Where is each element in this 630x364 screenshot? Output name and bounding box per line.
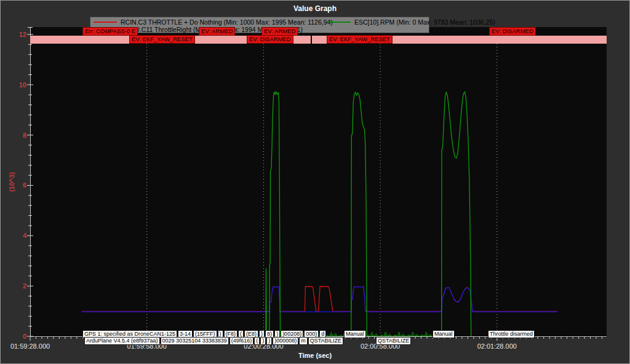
mode-change-box: Manual [344, 330, 366, 338]
event-badge: EV: DISARMED [489, 27, 536, 36]
x-tick-label: 02:01:28.000 [477, 342, 517, 350]
mode-change-box: Manual [433, 330, 455, 338]
log-message-box: ArduPlane V4.5.4 (e8f937aa) [84, 337, 160, 345]
y-tick-label: 10 [1, 81, 26, 89]
chart-legend: RCIN.C3 THROTTLE + Do Nothing (Min: 1000… [90, 17, 429, 33]
event-badge: EV: ARMED [261, 27, 298, 36]
log-message-box: (49f616) [229, 337, 254, 345]
window-title: Value Graph [1, 4, 629, 13]
series-esc-rpm [266, 92, 471, 336]
event-badge: EV: ARMED [199, 27, 235, 36]
event-badge: EV: EKF_YAW_RESET [327, 35, 393, 44]
x-tick-label: 01:59:28.000 [10, 342, 50, 350]
event-badge: Err: COMPASS-0 E [82, 27, 138, 36]
log-message-box: 0029 30325104 33383839 [161, 337, 229, 345]
log-message-row: ArduPlane V4.5.4 (e8f937aa)0029 30325104… [84, 337, 343, 345]
series-rcin-c3-throttle [82, 287, 557, 312]
log-message-box: )000008) [273, 337, 298, 345]
log-message-box: QSTABILIZE [308, 337, 343, 345]
legend-label: ESC[10].RPM (Min: 0 Max: 9783 Mean: 1036… [354, 18, 495, 26]
log-message-box: ( [254, 337, 260, 345]
y-tick-label: 8 [1, 132, 26, 139]
log-message-box: m [299, 337, 308, 345]
legend-line-sample [94, 22, 117, 23]
value-graph-window: Value Graph RCIN.C3 THROTTLE + Do Nothin… [0, 0, 630, 364]
chart-canvas[interactable] [30, 27, 607, 338]
legend-line-sample [327, 22, 351, 23]
y-tick-label: 2 [1, 282, 26, 290]
y-tick-label: 6 [1, 181, 26, 189]
y-tick-label: 12 [1, 31, 26, 38]
legend-label: RCIN.C3 THROTTLE + Do Nothing (Min: 1000… [121, 18, 333, 26]
plot-area[interactable] [30, 27, 607, 338]
log-message-box: ) [260, 337, 266, 345]
event-badge: EV: DISARMED [247, 35, 293, 44]
x-axis-title: Time (sec) [1, 352, 629, 359]
log-message-box: ) [266, 337, 272, 345]
event-badge: EV: EKF_YAW_RESET [129, 35, 195, 44]
legend-entry: ESC[10].RPM (Min: 0 Max: 9783 Mean: 1036… [327, 18, 495, 26]
mode-change-box: Throttle disarmed [488, 330, 535, 338]
y-tick-label: 4 [1, 232, 26, 239]
axis-ticks [27, 34, 602, 341]
y-tick-label: 0 [1, 333, 26, 340]
mode-change-box: QSTABILIZE [376, 337, 411, 345]
